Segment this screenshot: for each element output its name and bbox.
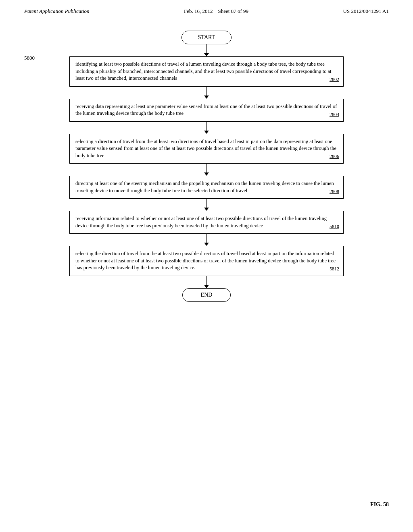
page: Patent Application Publication Feb. 16, … — [0, 0, 413, 532]
flowchart: 5800 START identifying at least two poss… — [24, 31, 389, 302]
end-node: END — [182, 288, 231, 302]
arrow-7 — [204, 276, 209, 288]
step-2804-number: 2804 — [330, 111, 339, 118]
step-2802-number: 2802 — [330, 76, 339, 83]
step-2808-number: 2808 — [330, 188, 339, 195]
step-2808-text: directing at least one of the steering m… — [75, 181, 334, 193]
arrow-6 — [204, 234, 209, 246]
step-5810-number: 5810 — [330, 223, 339, 230]
page-header: Patent Application Publication Feb. 16, … — [24, 8, 389, 15]
step-2804-text: receiving data representing at least one… — [75, 104, 337, 116]
header-date: Feb. 16, 2012 — [184, 8, 213, 14]
header-sheet: Sheet 87 of 99 — [218, 8, 248, 14]
header-publication-label: Patent Application Publication — [24, 8, 90, 15]
step-5812-number: 5812 — [330, 266, 339, 272]
header-date-sheet: Feb. 16, 2012 Sheet 87 of 99 — [184, 8, 248, 15]
step-5810-box: receiving information related to whether… — [69, 211, 344, 234]
header-patent-number: US 2012/0041291 A1 — [343, 8, 389, 15]
arrow-2 — [204, 87, 209, 99]
step-2806-text: selecting a direction of travel from the… — [75, 139, 336, 158]
arrow-1 — [204, 44, 209, 56]
diagram-label: 5800 — [24, 55, 35, 61]
arrow-5 — [204, 199, 209, 211]
step-2806-number: 2806 — [330, 153, 339, 160]
step-2802-box: identifying at least two possible direct… — [69, 56, 344, 87]
start-node: START — [181, 31, 232, 44]
step-2806-box: selecting a direction of travel from the… — [69, 134, 344, 164]
step-5812-text: selecting the direction of travel from t… — [75, 251, 336, 270]
step-5810-text: receiving information related to whether… — [75, 216, 327, 229]
step-2802-text: identifying at least two possible direct… — [75, 61, 332, 81]
step-2804-box: receiving data representing at least one… — [69, 99, 344, 122]
arrow-4 — [204, 164, 209, 176]
figure-label: FIG. 58 — [370, 501, 389, 508]
step-5812-box: selecting the direction of travel from t… — [69, 246, 344, 276]
arrow-3 — [204, 122, 209, 134]
step-2808-box: directing at least one of the steering m… — [69, 176, 344, 199]
